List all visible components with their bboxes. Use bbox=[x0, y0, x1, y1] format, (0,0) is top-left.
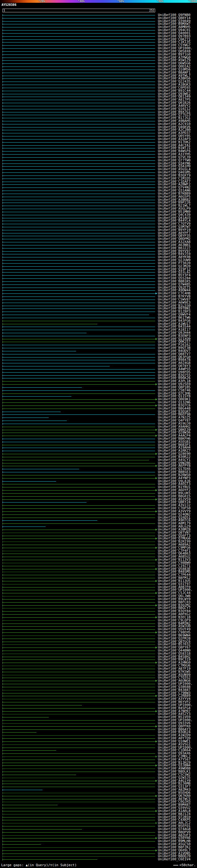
score-color-scale: ^20% ^40% ^60% ^80% ^100% bbox=[0, 0, 197, 3]
hit-bar bbox=[3, 412, 61, 412]
hit-bar bbox=[3, 496, 155, 497]
hit-bar bbox=[3, 27, 155, 27]
query-name: AY520386 bbox=[2, 3, 16, 6]
hit-bar bbox=[3, 554, 155, 554]
hit-bar bbox=[3, 766, 155, 766]
hit-bar bbox=[3, 778, 155, 778]
hit-bar bbox=[3, 629, 155, 630]
hit-bar bbox=[3, 333, 87, 333]
hit-bar bbox=[3, 287, 155, 288]
hit-bar bbox=[3, 203, 155, 203]
hit-bar bbox=[3, 596, 155, 596]
hit-bar bbox=[3, 42, 155, 42]
hit-bar bbox=[3, 666, 155, 666]
hit-bar bbox=[3, 336, 155, 336]
hit-bar bbox=[3, 309, 155, 309]
large-gap-arrow-icon bbox=[156, 710, 157, 712]
hit-bar bbox=[3, 548, 155, 548]
hit-bar bbox=[3, 481, 56, 482]
hit-bar bbox=[3, 859, 97, 860]
hit-bar bbox=[3, 118, 155, 118]
hit-bar bbox=[3, 424, 155, 424]
hit-bar bbox=[3, 405, 155, 406]
hit-bar bbox=[3, 826, 155, 827]
hit-bar bbox=[3, 251, 155, 252]
hit-bar bbox=[3, 454, 155, 454]
hit-bar bbox=[3, 184, 155, 185]
hit-bar bbox=[3, 451, 155, 451]
large-gap-arrow-icon bbox=[156, 592, 157, 594]
hit-bar bbox=[3, 230, 155, 230]
hit-bar bbox=[3, 527, 45, 527]
hit-bar bbox=[3, 520, 97, 521]
hit-bar bbox=[3, 805, 58, 805]
large-gap-arrow-icon bbox=[156, 537, 157, 539]
hit-bar bbox=[3, 281, 155, 282]
hit-bar bbox=[3, 714, 155, 714]
hit-bar bbox=[3, 239, 155, 239]
large-gap-arrow-icon bbox=[156, 616, 157, 618]
hit-bar bbox=[3, 499, 155, 500]
hit-bar bbox=[3, 560, 155, 560]
large-gap-arrow-icon bbox=[156, 465, 157, 467]
hit-bar bbox=[3, 409, 155, 409]
large-gap-arrow-icon bbox=[156, 547, 157, 549]
hit-bar bbox=[3, 224, 155, 224]
hit-bar bbox=[3, 85, 155, 85]
ruler-end-label: 252 bbox=[149, 9, 154, 12]
hit-bar bbox=[3, 799, 155, 799]
hit-bar bbox=[3, 109, 155, 109]
hit-bar bbox=[3, 632, 155, 633]
hit-bar bbox=[3, 94, 155, 94]
hit-bar bbox=[3, 772, 155, 772]
hit-bar bbox=[3, 730, 155, 730]
hit-bar bbox=[3, 112, 155, 113]
hit-bar bbox=[3, 145, 155, 146]
hit-bar bbox=[3, 33, 155, 34]
hit-bar bbox=[3, 829, 82, 830]
hit-bar bbox=[3, 55, 155, 55]
large-gap-arrow-icon bbox=[156, 405, 157, 406]
hit-bar bbox=[3, 106, 155, 106]
hit-bar bbox=[3, 157, 155, 158]
large-gap-arrow-icon bbox=[156, 837, 157, 839]
hit-bar bbox=[3, 194, 155, 194]
large-gap-arrow-icon bbox=[156, 795, 157, 797]
hit-bar bbox=[3, 787, 155, 787]
hit-bar bbox=[3, 669, 155, 669]
hit-bar bbox=[3, 551, 155, 551]
hit-bar bbox=[3, 717, 48, 717]
hit-bar bbox=[3, 835, 155, 836]
large-gap-arrow-icon bbox=[156, 604, 157, 606]
hit-bar bbox=[3, 672, 155, 672]
hit-bar bbox=[3, 378, 155, 378]
hit-bar bbox=[3, 702, 155, 702]
hit-bar bbox=[3, 614, 155, 615]
blast-hit-graphic: ^20% ^40% ^60% ^80% ^100% AY520386 1 252… bbox=[0, 0, 197, 868]
hit-bar bbox=[3, 18, 155, 19]
hit-bar bbox=[3, 711, 155, 712]
hit-bar bbox=[3, 227, 155, 227]
hit-bar bbox=[3, 820, 155, 820]
hit-bar bbox=[3, 590, 155, 590]
hit-bar bbox=[3, 60, 155, 61]
hit-bar bbox=[3, 784, 155, 784]
hit-bar bbox=[3, 15, 155, 16]
hit-bar bbox=[3, 696, 155, 696]
hit-bar bbox=[3, 508, 155, 509]
scale-dash-icon bbox=[173, 865, 178, 866]
hit-bar bbox=[3, 103, 155, 103]
hit-bar bbox=[3, 66, 155, 67]
hit-bar bbox=[3, 463, 155, 463]
hit-subject-label[interactable]: UniRef100_C6E1V4 bbox=[158, 858, 191, 861]
scale-tick-80: ^80% bbox=[157, 0, 163, 3]
hit-bar bbox=[3, 182, 155, 182]
hit-bar bbox=[3, 76, 155, 76]
hit-bar bbox=[3, 796, 155, 796]
hit-bar bbox=[3, 272, 155, 273]
hit-bar bbox=[3, 445, 155, 445]
hit-bar bbox=[3, 21, 155, 22]
large-gap-arrow-icon bbox=[156, 489, 157, 491]
legend-unit-label: =50char. bbox=[179, 863, 196, 867]
hit-bar bbox=[3, 472, 155, 472]
